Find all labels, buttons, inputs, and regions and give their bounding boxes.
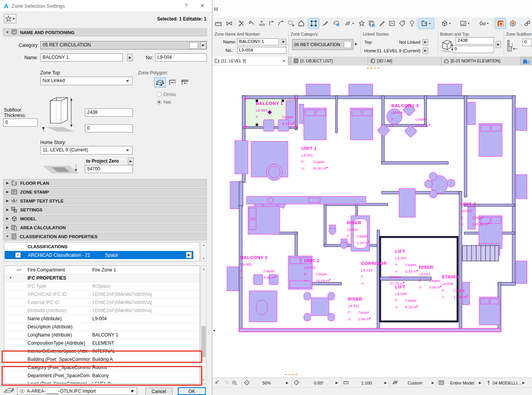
favorites-button[interactable]: ▶ [4, 14, 16, 23]
property-row[interactable]: Building (Pset_SpaceCommon)Building A [4, 356, 200, 364]
flyout-arrow-icon[interactable]: ▶ [384, 378, 387, 388]
pen-set-value[interactable]: 04 MODELLI... [492, 378, 522, 388]
scroll-up-icon[interactable]: ▲ [201, 268, 206, 270]
tab--11-level-9-[interactable]: [11. LEVEL 9]✕ [212, 57, 288, 65]
property-row[interactable]: Level (Pset_SpaceCommon)LEVEL 9 [4, 380, 200, 384]
ib-bottom-field[interactable]: 0 [453, 46, 494, 53]
flyout-arrow-icon[interactable]: ▶ [522, 378, 525, 388]
zone-top-select[interactable]: Not Linked [40, 77, 133, 85]
fit-in-window-button[interactable] [244, 378, 250, 388]
structure-display-value[interactable]: Entire Model [447, 378, 477, 388]
ib-home-flyout[interactable] [423, 48, 428, 54]
tab-close-icon[interactable]: ✕ [279, 59, 286, 63]
marquee-tool[interactable] [224, 18, 234, 29]
ib-name-flyout[interactable] [281, 39, 286, 45]
ib-name-field[interactable]: BALCONY 1 [237, 38, 279, 45]
zoom-in-button[interactable] [232, 378, 238, 388]
scroll-up-icon[interactable]: ▲ [201, 244, 206, 246]
section-classification-properties[interactable]: ▼ CLASSIFICATION AND PROPERTIES [3, 232, 207, 240]
ib-category-combo[interactable]: 05 RET CIRCULATION [292, 39, 353, 50]
object-tool[interactable] [407, 18, 417, 29]
layer-combination-value[interactable]: Custom [401, 378, 429, 388]
scroll-down-icon[interactable]: ▼ [201, 257, 206, 260]
dialog-titlebar[interactable]: Zone Selection Settings ? ✕ [0, 0, 212, 12]
ib-no-field[interactable]: L9-004 [237, 47, 286, 54]
tab--e-01-north-elevation-[interactable]: [E-01 NORTH ELEVATION] [442, 57, 521, 65]
go-menu-button[interactable]: Go▼ [477, 18, 491, 29]
property-row[interactable]: InteriorOrExteriorSpace (Attri...INTERNA… [4, 347, 200, 356]
property-row[interactable]: Department (Pset_SpaceCom...Balcony [4, 372, 200, 380]
flyout-arrow-icon[interactable]: ▶ [286, 378, 288, 388]
pick-up-parameters-tool[interactable] [320, 18, 331, 29]
section-area-calculation[interactable]: ▶AREA CALCULATION [3, 223, 207, 232]
close-button[interactable]: ✕ [197, 2, 207, 10]
ib-top-flyout[interactable] [423, 39, 428, 45]
classification-row[interactable]: ARCHICAD Classification - 21 Space [5, 251, 193, 259]
category-flyout-button[interactable] [200, 41, 206, 49]
property-row[interactable]: IFC TypeIfcSpace [4, 282, 200, 290]
ib-bottom-top-flyout[interactable] [496, 41, 501, 48]
structure-display-button[interactable] [439, 378, 444, 388]
trace-reference-button[interactable] [495, 18, 506, 29]
zoom-forward-button[interactable] [223, 378, 229, 388]
property-row[interactable]: Category (Pset_SpaceCommon)Rooms [4, 364, 200, 372]
rotate-tool[interactable]: ▼ [342, 18, 357, 29]
classifications-scrollbar[interactable]: ▲ ▼ [201, 242, 207, 261]
classification-flyout-button[interactable] [186, 252, 192, 258]
tab--2-object-list-[interactable]: [2. OBJECT LIST] [291, 57, 368, 65]
scroll-thumb[interactable] [201, 326, 206, 357]
property-row[interactable]: Fire CompartmentFire Zone 1 [4, 266, 200, 274]
home-story-select[interactable]: 11. LEVEL 9 (Current) [40, 146, 133, 155]
scale-value[interactable]: 1:100 [354, 378, 379, 388]
scroll-down-icon[interactable]: ˅ [201, 378, 206, 382]
ib-subfloor-field[interactable]: 0 [522, 39, 532, 46]
category-combo[interactable]: 05 RET CIRCULATION [40, 41, 207, 50]
cancel-button[interactable]: Cancel [145, 388, 172, 395]
section-model[interactable]: ▶MODEL [3, 215, 207, 223]
3d-view-button[interactable]: ▼ [439, 18, 454, 29]
flyout-arrow-icon[interactable]: ▶ [336, 378, 338, 388]
layer-combination-button[interactable] [392, 378, 398, 388]
no-field[interactable]: L9-004 [155, 53, 207, 62]
copy-settings-button[interactable] [367, 18, 377, 29]
project-zero-flyout-button[interactable] [128, 158, 134, 165]
net-radio[interactable] [157, 100, 162, 105]
image-tool[interactable] [387, 18, 397, 29]
adjust-tool[interactable] [246, 18, 257, 29]
tab--3d-all-[interactable]: [3D / All] [368, 57, 442, 65]
scale-button[interactable] [343, 378, 349, 388]
zone-label-L9-001[interactable]: UNIT 1L9-001F:CarpetA:81.92 m■ [301, 146, 328, 170]
inject-parameters-tool[interactable] [331, 18, 341, 29]
name-field[interactable]: BALCONY 1 [40, 53, 123, 62]
classification-checkbox[interactable] [15, 252, 21, 258]
zoom-back-button[interactable] [215, 378, 220, 388]
properties-scrollbar[interactable]: ▲ ˅ [201, 266, 207, 384]
section-name-and-positioning[interactable]: ▼ NAME AND POSITIONING [3, 28, 207, 36]
ok-button[interactable]: OK [178, 387, 206, 395]
horizontal-scroll-strip[interactable] [212, 387, 532, 395]
property-row[interactable]: Name (Attribute)L9-004 [4, 315, 200, 323]
orientation-value[interactable]: 0.00° [305, 378, 332, 388]
help-button[interactable]: ? [181, 2, 191, 10]
section-zone-stamp[interactable]: ▶ZONE STAMP [3, 188, 207, 196]
zone-bottom-offset-field[interactable]: 0 [85, 124, 133, 132]
flyout-arrow-icon[interactable]: ▶ [432, 378, 434, 388]
property-row[interactable]: CompositionType (Attribute)ELEMENT [4, 339, 200, 347]
gross-radio[interactable] [157, 92, 162, 97]
fillet-tool[interactable] [276, 18, 286, 29]
organizer-icon[interactable] [522, 57, 531, 65]
property-row[interactable]: GlobalId (Attribute)1Eh9E2AFj5MeWa7xtbNV… [4, 307, 200, 315]
resize-tool[interactable] [286, 18, 296, 29]
property-row[interactable]: ARCHICAD IFC ID1Eh9E2AFj5MeWa7xtbNVvq [4, 290, 200, 299]
floor-plan-view-button[interactable]: ▼ [418, 18, 434, 29]
zone-polygon-inner-button[interactable] [167, 77, 178, 88]
ib-height-field[interactable]: 2438 [456, 37, 494, 45]
property-row[interactable]: External IFC ID1Eh9E2AFj5MeWa7xtbNVvq [4, 299, 200, 307]
drawing-canvas[interactable]: BALCONY 1L9-004F:CarpetA:9.17 m■UNIT 1L9… [212, 65, 532, 378]
layer-combo[interactable]: A-AREA-_____-OTLN.IFC Import [17, 387, 137, 395]
layout-book-button[interactable]: ▼ [457, 18, 473, 29]
zoom-level[interactable]: 56% [255, 378, 278, 388]
zone-label-L9-012[interactable]: RISERL9-012F:CarpetA:1.68 m■ [348, 297, 371, 321]
section-stamp-text-style[interactable]: ▶STAMP TEXT STYLE [3, 197, 207, 205]
zone-height-field[interactable]: 2438 [85, 108, 133, 117]
